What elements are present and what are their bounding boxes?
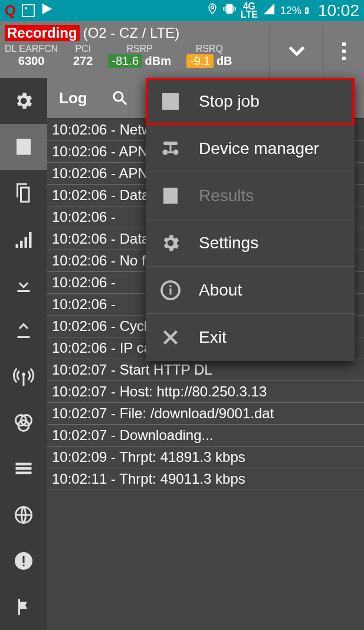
svg-point-11 xyxy=(173,149,179,155)
info-icon xyxy=(160,280,181,301)
menu-stop-job[interactable]: Stop job xyxy=(146,78,355,125)
menu-about[interactable]: About xyxy=(146,267,355,314)
signal-icon xyxy=(263,2,276,19)
clock: 10:02 xyxy=(318,1,359,20)
menu-settings[interactable]: Settings xyxy=(146,219,355,267)
sidebar-item-settings[interactable] xyxy=(0,78,47,124)
gear-icon xyxy=(160,232,181,254)
svg-rect-9 xyxy=(163,142,178,145)
log-entry: 10:02:09 - Thrpt: 41891.3 kbps xyxy=(47,447,364,468)
log-entry: 10:02:07 - Host: http://80.250.3.13 xyxy=(47,381,364,403)
log-entry: 10:02:07 - Downloading... xyxy=(47,425,364,447)
log-entry: 10:02:11 - Thrpt: 49011.3 kbps xyxy=(47,468,364,490)
stats-row: DL EARFCN 6300 PCI 272 RSRP -81.6 dBm RS… xyxy=(5,44,270,71)
sidebar-item-signal[interactable] xyxy=(0,216,47,262)
stat-earfcn: DL EARFCN 6300 xyxy=(5,44,58,68)
log-entry: 10:02:07 - Start HTTP DL xyxy=(47,359,364,381)
results-icon xyxy=(160,185,181,206)
status-bar: Q 4G LTE 12% 10:02 xyxy=(0,0,364,21)
vibrate-icon xyxy=(223,2,236,19)
app-header: Recording (O2 - CZ / LTE) DL EARFCN 6300… xyxy=(0,21,364,78)
stat-rsrq: RSRQ -9.1 dB xyxy=(186,44,232,68)
sidebar-item-copy[interactable] xyxy=(0,170,47,216)
sidebar-item-alert[interactable] xyxy=(0,538,47,584)
svg-rect-5 xyxy=(23,556,25,563)
image-notification-icon xyxy=(22,4,35,17)
tab-log[interactable]: Log xyxy=(47,78,99,118)
sidebar xyxy=(0,78,47,630)
overflow-dropdown: Stop job Device manager Results Settings… xyxy=(146,78,355,361)
stat-rsrp: RSRP -81.6 dBm xyxy=(108,44,171,68)
sidebar-item-download[interactable] xyxy=(0,262,47,308)
svg-point-7 xyxy=(114,92,123,101)
close-icon xyxy=(160,327,181,348)
stat-pci: PCI 272 xyxy=(73,44,93,68)
search-button[interactable] xyxy=(99,78,140,118)
svg-rect-16 xyxy=(170,285,172,287)
svg-rect-15 xyxy=(170,288,172,295)
location-icon xyxy=(206,3,218,18)
sidebar-item-upload[interactable] xyxy=(0,308,47,354)
svg-line-8 xyxy=(122,100,126,105)
log-entry: 10:02:07 - File: /download/9001.dat xyxy=(47,403,364,425)
recording-badge: Recording xyxy=(5,25,80,41)
play-store-icon xyxy=(41,2,54,19)
overflow-menu-button[interactable] xyxy=(323,25,364,78)
menu-results: Results xyxy=(146,172,355,219)
svg-rect-6 xyxy=(23,565,25,566)
status-right: 4G LTE 12% 10:02 xyxy=(206,1,359,20)
menu-device-manager[interactable]: Device manager xyxy=(146,125,355,172)
battery-indicator: 12% xyxy=(280,4,311,17)
device-manager-icon xyxy=(160,138,181,159)
stop-icon xyxy=(160,91,181,112)
sidebar-item-log[interactable] xyxy=(0,124,47,170)
sidebar-item-flag[interactable] xyxy=(0,584,47,630)
menu-exit[interactable]: Exit xyxy=(146,314,355,361)
sidebar-item-list[interactable] xyxy=(0,446,47,492)
sidebar-item-venn[interactable] xyxy=(0,400,47,446)
sidebar-item-antenna[interactable] xyxy=(0,354,47,400)
q-app-icon: Q xyxy=(5,2,16,19)
svg-point-10 xyxy=(163,149,168,155)
expand-button[interactable] xyxy=(270,25,323,78)
network-name: (O2 - CZ / LTE) xyxy=(83,25,180,41)
status-left: Q xyxy=(5,2,54,19)
sidebar-item-globe[interactable] xyxy=(0,492,47,538)
network-type-label: 4G LTE xyxy=(241,2,258,19)
